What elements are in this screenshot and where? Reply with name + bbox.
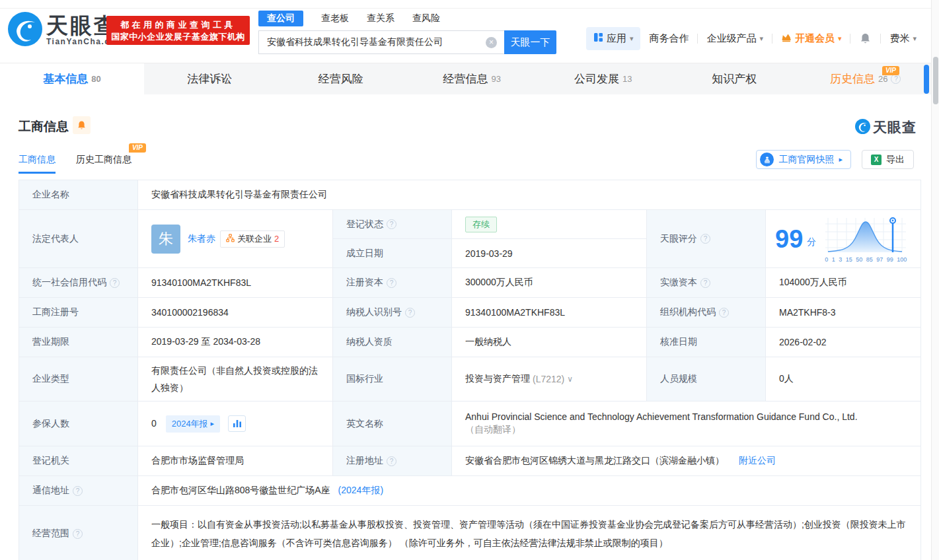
insured-count-value: 0 [151,418,157,429]
company-name-value: 安徽省科技成果转化引导基金有限责任公司 [138,180,921,210]
chevron-down-icon: ▾ [838,34,842,43]
official-snapshot-button[interactable]: 工商官网快照 ▸ [756,150,851,169]
question-icon[interactable]: ? [387,219,396,229]
company-type-value: 有限责任公司（非自然人投资或控股的法人独资） [138,357,333,402]
annual-report-badge[interactable]: 2024年报 ▸ [166,415,220,433]
taxpayer-quality-label: 纳税人资质 [333,328,452,357]
question-icon[interactable]: ? [891,74,901,84]
table-row: 通信地址 ? 合肥市包河区华山路808号徽盐世纪广场A座 (2024年报) [19,476,921,506]
question-icon[interactable]: ? [700,234,710,244]
section-watermark: 天眼查 [855,118,917,137]
question-icon[interactable]: ? [405,308,415,318]
tab-basic-info-count: 80 [91,74,100,84]
open-vip-menu[interactable]: 开通会员 ▾ [781,32,842,45]
mail-address-report-link[interactable]: (2024年报) [338,485,383,495]
reg-authority-label: 登记机关 [19,446,138,476]
scrollbar-thumb[interactable] [933,57,938,104]
table-row: 企业类型 有限责任公司（非自然人投资或控股的法人独资） 国标行业 投资与资产管理… [19,357,921,402]
nearby-companies-link[interactable]: 附近公司 [739,455,776,466]
establish-date-label: 成立日期 [333,239,452,268]
nav-divider [697,34,698,44]
tab-strip-scroll-indicator [924,65,929,94]
clear-search-icon[interactable]: × [486,37,497,48]
legal-rep-name-link[interactable]: 朱者赤 [188,233,215,245]
question-icon[interactable]: ? [73,529,83,539]
vip-badge: VIP [882,66,899,75]
staff-size-value: 0人 [766,357,921,402]
staff-size-label: 人员规模 [647,357,766,402]
enterprise-products-menu[interactable]: 企业级产品 ▾ [706,32,763,45]
score-distribution-chart: 01 315 5085 9799 100 [824,215,907,263]
insured-trend-chart-button[interactable] [228,415,246,432]
insured-count-label: 参保人数 [19,402,138,446]
search-tab-relation[interactable]: 查关系 [367,13,394,24]
english-name-value: Anhui Provincial Science and Technology … [465,411,914,422]
tab-company-development-count: 13 [622,74,632,84]
tab-operation-info[interactable]: 经营信息 93 [406,63,538,94]
top-bar: 天眼查 TianYanCha.com 都在用的商业查询工具 国家中小企业发展子基… [0,9,931,63]
reg-number-value: 340100002196834 [138,298,333,328]
search-tab-risk[interactable]: 查风险 [412,13,440,24]
monitor-bell-button[interactable] [73,116,91,134]
reg-address-label: 注册地址 ? [333,446,452,476]
question-icon[interactable]: ? [719,308,729,318]
english-name-cell: Anhui Provincial Science and Technology … [452,402,921,446]
reg-capital-label: 注册资本 ? [333,268,452,298]
reg-status-value: 存续 [452,210,647,239]
reg-authority-value: 合肥市市场监督管理局 [138,446,333,476]
question-icon[interactable]: ? [110,278,120,288]
question-icon[interactable]: ? [73,486,83,496]
question-icon[interactable]: ? [387,456,396,466]
search-tab-company[interactable]: 查公司 [258,11,303,26]
search-button[interactable]: 天眼一下 [504,30,556,54]
table-row: 经营范围 ? 一般项目：以自有资金从事投资活动;以私募基金从事股权投资、投资管理… [19,506,921,560]
approval-date-value: 2026-02-02 [766,328,921,357]
apps-label: 应用 [607,32,626,45]
company-type-label: 企业类型 [19,357,138,402]
english-name-note: （自动翻译） [465,424,914,436]
company-tab-strip: 基本信息 80 法律诉讼 经营风险 经营信息 93 公司发展 13 知识产权 V… [0,63,931,94]
vertical-scrollbar [931,0,939,560]
company-name-label: 企业名称 [19,180,138,210]
tab-history-info[interactable]: VIP 历史信息 26 ? [800,63,932,94]
reg-number-label: 工商注册号 [19,298,138,328]
mail-address-value: 合肥市包河区华山路808号徽盐世纪广场A座 [151,485,330,495]
tab-operation-risk[interactable]: 经营风险 [276,63,407,94]
business-term-label: 营业期限 [19,328,138,357]
tab-basic-info[interactable]: 基本信息 80 [0,63,144,94]
apps-menu[interactable]: 应用 ▾ [586,27,641,50]
slogan-line-2: 国家中小企业发展子基金旗下机构 [106,31,250,43]
tab-operation-info-count: 93 [492,74,501,84]
chevron-down-icon[interactable]: ∨ [567,374,573,384]
export-button-label: 导出 [886,154,905,166]
industry-name: 投资与资产管理 [465,373,530,385]
bell-icon [859,32,872,45]
question-icon[interactable]: ? [387,278,396,288]
subtab-business-info[interactable]: 工商信息 [19,154,56,174]
search-area: 查公司 查老板 查关系 查风险 × 天眼一下 [258,10,556,54]
mail-address-label: 通信地址 ? [19,476,138,506]
approval-date-label: 核准日期 [647,328,766,357]
export-button[interactable]: X 导出 [862,150,914,169]
tab-intellectual-property[interactable]: 知识产权 [669,63,800,94]
subtab-history-business-info[interactable]: VIP 历史工商信息 [76,154,131,174]
legal-rep-avatar[interactable]: 朱 [151,225,180,254]
tab-company-development[interactable]: 公司发展 13 [538,63,669,94]
paid-capital-value: 104000万人民币 [766,268,921,298]
search-input[interactable] [258,30,504,54]
tab-intellectual-property-label: 知识产权 [712,71,757,87]
tab-history-info-label: 历史信息 [830,71,875,87]
related-companies-label: 关联企业 [237,233,272,245]
related-companies-badge[interactable]: 关联企业 2 [220,230,285,248]
question-icon[interactable]: ? [700,278,710,288]
establish-date-value: 2019-03-29 [452,239,647,268]
table-row: 统一社会信用代码 ? 91340100MA2TKHF83L 注册资本 ? 300… [19,268,921,298]
tab-legal-litigation[interactable]: 法律诉讼 [144,63,276,94]
user-menu[interactable]: 费米 ▾ [889,32,917,45]
business-coop-link[interactable]: 商务合作 [649,32,689,45]
search-tab-boss[interactable]: 查老板 [321,13,349,24]
table-row: 法定代表人 朱 朱者赤 [19,210,921,239]
english-name-label: 英文名称 [333,402,452,446]
tab-operation-risk-label: 经营风险 [319,71,363,87]
notification-bell[interactable] [859,32,872,45]
